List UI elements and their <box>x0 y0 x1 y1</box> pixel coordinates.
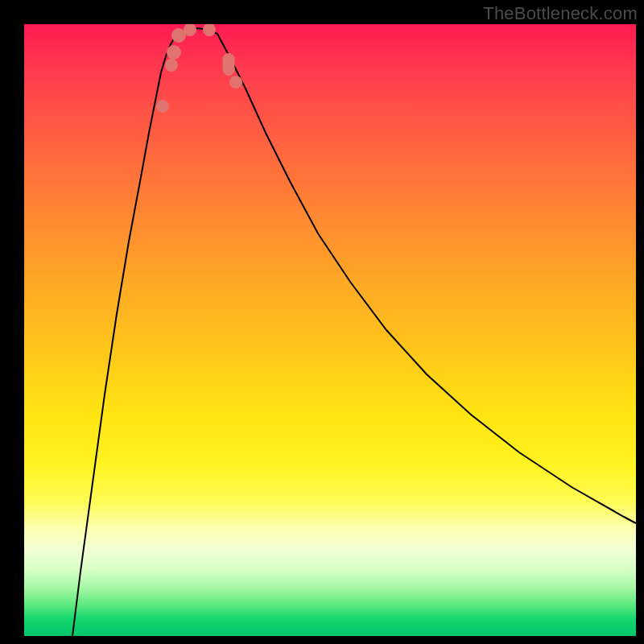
curve-markers <box>156 24 242 113</box>
bottleneck-curve-plot <box>24 24 636 636</box>
curve-marker <box>167 45 181 60</box>
curve-marker-pill <box>223 53 235 76</box>
curve-marker <box>229 76 242 89</box>
curve-marker <box>165 59 178 72</box>
plot-frame <box>24 24 636 636</box>
curve-marker <box>203 24 216 36</box>
curve-marker <box>156 100 169 113</box>
bottleneck-curve <box>72 28 636 636</box>
watermark-text: TheBottleneck.com <box>483 3 638 24</box>
